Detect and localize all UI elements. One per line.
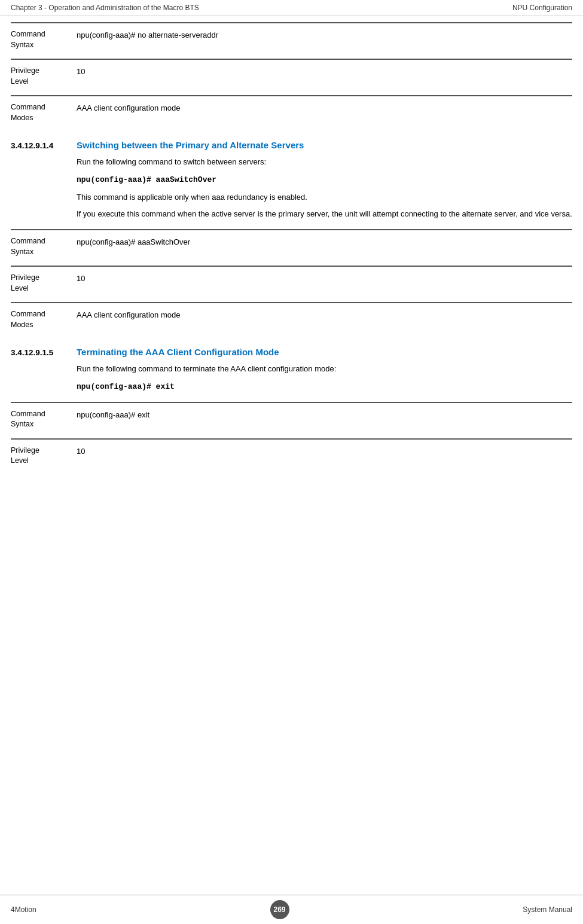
body-indent [11, 363, 77, 398]
info-row-value: 10 [77, 66, 572, 87]
body-paragraph-block: Run the following command to terminate t… [11, 363, 572, 398]
info-row-value: 10 [77, 273, 572, 294]
info-row-value: AAA client configuration mode [77, 102, 572, 123]
info-row: PrivilegeLevel10 [11, 266, 572, 300]
code-command: npu(config-aaa)# aaaSwitchOver [77, 175, 216, 184]
info-row-value: AAA client configuration mode [77, 309, 572, 330]
body-text: Run the following command to terminate t… [77, 363, 572, 376]
info-row-label: CommandSyntax [11, 236, 77, 257]
header-left: Chapter 3 - Operation and Administration… [11, 4, 199, 12]
footer-left: 4Motion [11, 905, 36, 914]
info-row: CommandSyntaxnpu(config-aaa)# no alterna… [11, 22, 572, 56]
body-paragraph-block: Run the following command to switch betw… [11, 156, 572, 225]
body-text: npu(config-aaa)# aaaSwitchOver [77, 173, 572, 187]
info-row: CommandSyntaxnpu(config-aaa)# exit [11, 402, 572, 436]
info-row-label: PrivilegeLevel [11, 66, 77, 87]
section-number: 3.4.12.9.1.4 [11, 141, 77, 150]
info-row-label: CommandModes [11, 309, 77, 330]
body-text: Run the following command to switch betw… [77, 156, 572, 169]
info-row-value: npu(config-aaa)# no alternate-serveraddr [77, 29, 572, 50]
info-row-label: PrivilegeLevel [11, 446, 77, 466]
info-row-label: CommandModes [11, 102, 77, 123]
section-number: 3.4.12.9.1.5 [11, 348, 77, 357]
page-number: 269 [270, 900, 289, 919]
info-row: CommandModesAAA client configuration mod… [11, 95, 572, 129]
section-heading: 3.4.12.9.1.4Switching between the Primar… [11, 140, 572, 150]
code-command: npu(config-aaa)# exit [77, 382, 175, 391]
info-row: CommandSyntaxnpu(config-aaa)# aaaSwitchO… [11, 229, 572, 263]
info-row-label: PrivilegeLevel [11, 273, 77, 294]
content-area: CommandSyntaxnpu(config-aaa)# no alterna… [0, 16, 583, 511]
body-indent [11, 156, 77, 225]
info-row-value: npu(config-aaa)# aaaSwitchOver [77, 236, 572, 257]
info-row: PrivilegeLevel10 [11, 59, 572, 93]
body-text: This command is applicable only when aaa… [77, 191, 572, 204]
info-row-value: npu(config-aaa)# exit [77, 409, 572, 430]
body-text-block: Run the following command to switch betw… [77, 156, 572, 225]
info-row-label: CommandSyntax [11, 29, 77, 50]
section-title: Terminating the AAA Client Configuration… [77, 347, 572, 357]
section-title: Switching between the Primary and Altern… [77, 140, 572, 150]
header-right: NPU Configuration [512, 4, 572, 12]
section-heading: 3.4.12.9.1.5Terminating the AAA Client C… [11, 347, 572, 357]
page-header: Chapter 3 - Operation and Administration… [0, 0, 583, 16]
info-row-value: 10 [77, 446, 572, 466]
info-row: CommandModesAAA client configuration mod… [11, 302, 572, 336]
footer-right: System Manual [523, 905, 572, 914]
body-text: If you execute this command when the act… [77, 208, 572, 221]
info-row: PrivilegeLevel10 [11, 438, 572, 472]
page-footer: 4Motion 269 System Manual [0, 895, 583, 924]
info-row-label: CommandSyntax [11, 409, 77, 430]
body-text-block: Run the following command to terminate t… [77, 363, 572, 398]
body-text: npu(config-aaa)# exit [77, 380, 572, 394]
